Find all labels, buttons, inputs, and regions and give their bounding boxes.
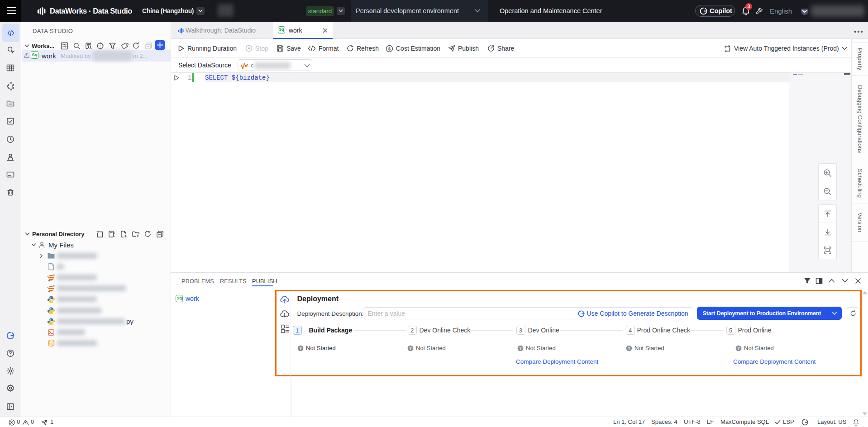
svg-text:SQL: SQL (49, 342, 55, 346)
svg-text:?: ? (300, 346, 302, 351)
svg-text:?: ? (738, 346, 740, 351)
svg-text:$: $ (388, 46, 391, 51)
svg-text:?: ? (628, 346, 630, 351)
svg-text:?: ? (520, 346, 522, 351)
svg-text:?: ? (410, 346, 412, 351)
